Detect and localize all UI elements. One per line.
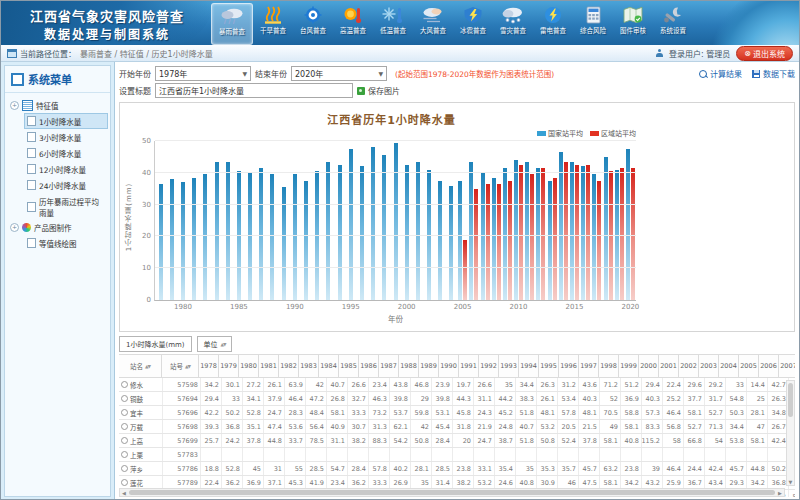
bar-national-2003[interactable]	[438, 181, 442, 300]
year-header-1986[interactable]: 1986	[358, 354, 379, 378]
table-row[interactable]: 修水5759834.230.127.226.163.94240.726.623.…	[119, 378, 795, 392]
table-row[interactable]: 铜鼓5769429.43334.137.946.447.226.832.746.…	[119, 392, 795, 406]
year-header-1997[interactable]: 1997	[578, 354, 599, 378]
year-header-1994[interactable]: 1994	[518, 354, 539, 378]
table-row[interactable]: 宜丰5769642.250.252.824.728.348.458.133.37…	[119, 406, 795, 420]
h-scroll-thumb[interactable]	[129, 490, 775, 495]
year-header-1985[interactable]: 1985	[338, 354, 359, 378]
bar-national-2018[interactable]	[604, 157, 608, 300]
column-header[interactable]: 站号▲▼	[161, 354, 199, 378]
toolbar-item-high-temp[interactable]: 高温普查	[333, 3, 373, 43]
bar-national-1997[interactable]	[371, 147, 375, 300]
year-header-1990[interactable]: 1990	[438, 354, 459, 378]
table-row[interactable]: 万载5769839.336.835.147.453.656.440.930.73…	[119, 420, 795, 434]
breadcrumb[interactable]: 暴雨普查 / 特征值 / 历史1小时降水量	[80, 48, 213, 59]
bar-national-2011[interactable]	[525, 162, 529, 300]
bar-national-1988[interactable]	[270, 174, 274, 300]
bar-national-2017[interactable]	[592, 174, 596, 300]
year-header-1984[interactable]: 1984	[318, 354, 339, 378]
year-header-1996[interactable]: 1996	[558, 354, 579, 378]
bar-national-2016[interactable]	[581, 166, 585, 300]
bar-national-1993[interactable]	[326, 162, 330, 300]
horizontal-scrollbar[interactable]: ◀ ▶	[119, 488, 785, 497]
bar-national-2015[interactable]	[570, 162, 574, 300]
bar-regional-2008[interactable]	[497, 184, 501, 300]
bar-regional-2016[interactable]	[586, 165, 590, 300]
year-header-1978[interactable]: 1978	[198, 354, 219, 378]
radio-icon[interactable]	[121, 465, 128, 472]
bar-national-1980[interactable]	[181, 182, 185, 300]
year-header-1988[interactable]: 1988	[398, 354, 419, 378]
year-header-1979[interactable]: 1979	[218, 354, 239, 378]
toolbar-item-rain-cloud[interactable]: 暴雨普查	[211, 3, 253, 45]
bar-regional-2015[interactable]	[575, 165, 579, 300]
bar-national-1986[interactable]	[248, 173, 252, 300]
logout-button[interactable]: ⊗ 退出系统	[736, 46, 793, 61]
bar-national-2010[interactable]	[514, 160, 518, 300]
vertical-scrollbar[interactable]: ▼	[786, 380, 795, 486]
save-image-button[interactable]: 保存图片	[357, 85, 400, 96]
year-header-1987[interactable]: 1987	[378, 354, 399, 378]
bar-regional-2007[interactable]	[486, 184, 490, 300]
bar-regional-2014[interactable]	[564, 162, 568, 300]
tree-toggle-icon[interactable]: +	[10, 223, 19, 232]
toolbar-item-heat[interactable]: 干旱普查	[253, 3, 293, 43]
table-tab[interactable]: 1小时降水量(mm)	[119, 336, 192, 352]
legend-entry[interactable]: 国家站平均	[537, 128, 583, 138]
bar-national-1991[interactable]	[304, 181, 308, 300]
year-header-1995[interactable]: 1995	[538, 354, 559, 378]
scroll-right-icon[interactable]: ▶	[776, 490, 784, 496]
station-name-cell[interactable]: 上高	[119, 434, 163, 447]
bar-national-1983[interactable]	[215, 162, 219, 300]
toolbar-item-hail[interactable]: 冰雹普查	[453, 3, 493, 43]
tree-node-0[interactable]: +特征值	[7, 98, 108, 113]
toolbar-item-wind[interactable]: 大风普查	[413, 3, 453, 43]
end-year-select[interactable]: 2020年▼	[291, 66, 387, 81]
year-header-1980[interactable]: 1980	[238, 354, 259, 378]
tree-leaf-0-4[interactable]: 24小时降水量	[24, 177, 108, 193]
bar-national-1979[interactable]	[170, 179, 174, 300]
tree-toggle-icon[interactable]: +	[10, 101, 19, 110]
year-header-1982[interactable]: 1982	[278, 354, 299, 378]
radio-icon[interactable]	[121, 409, 128, 416]
legend-entry[interactable]: 区域站平均	[590, 128, 636, 138]
bar-national-1982[interactable]	[203, 174, 207, 300]
radio-icon[interactable]	[121, 479, 128, 486]
year-header-1992[interactable]: 1992	[478, 354, 499, 378]
bar-national-2006[interactable]	[469, 162, 473, 300]
toolbar-item-lightning[interactable]: 雷电普查	[533, 3, 573, 43]
bar-national-2005[interactable]	[458, 181, 462, 300]
bar-regional-2011[interactable]	[530, 174, 534, 300]
tree-leaf-0-2[interactable]: 6小时降水量	[24, 145, 108, 161]
year-header-1998[interactable]: 1998	[598, 354, 619, 378]
bar-regional-2006[interactable]	[474, 189, 478, 300]
radio-icon[interactable]	[121, 451, 128, 458]
year-header-2006[interactable]: 2006	[758, 354, 779, 378]
bar-national-2007[interactable]	[481, 173, 485, 300]
calculate-button[interactable]: 计算结果	[699, 68, 742, 79]
toolbar-item-low-temp[interactable]: 低温普查	[373, 3, 413, 43]
tree-leaf-0-1[interactable]: 3小时降水量	[24, 129, 108, 145]
toolbar-item-map[interactable]: 图件审核	[613, 3, 653, 43]
radio-icon[interactable]	[121, 381, 128, 388]
year-header-2000[interactable]: 2000	[638, 354, 659, 378]
year-header-2001[interactable]: 2001	[658, 354, 679, 378]
bar-regional-2005[interactable]	[463, 240, 467, 300]
bar-national-2014[interactable]	[559, 152, 563, 300]
bar-regional-2010[interactable]	[519, 165, 523, 300]
tree-node-1[interactable]: +产品图制作	[7, 220, 108, 235]
radio-icon[interactable]	[121, 437, 128, 444]
year-header-2004[interactable]: 2004	[718, 354, 739, 378]
radio-icon[interactable]	[121, 395, 128, 402]
bar-regional-2012[interactable]	[541, 168, 545, 300]
bar-national-1984[interactable]	[226, 162, 230, 300]
bar-national-1981[interactable]	[192, 178, 196, 300]
start-year-select[interactable]: 1978年▼	[155, 66, 251, 81]
unit-sort-header[interactable]: 单位 ▲▼	[197, 336, 233, 352]
bar-national-2001[interactable]	[416, 162, 420, 300]
toolbar-item-wrench[interactable]: 系统设置	[653, 3, 693, 43]
bar-national-2008[interactable]	[492, 178, 496, 300]
bar-national-2009[interactable]	[503, 168, 507, 300]
bar-national-2012[interactable]	[536, 168, 540, 300]
chart-title-input[interactable]	[155, 83, 353, 98]
